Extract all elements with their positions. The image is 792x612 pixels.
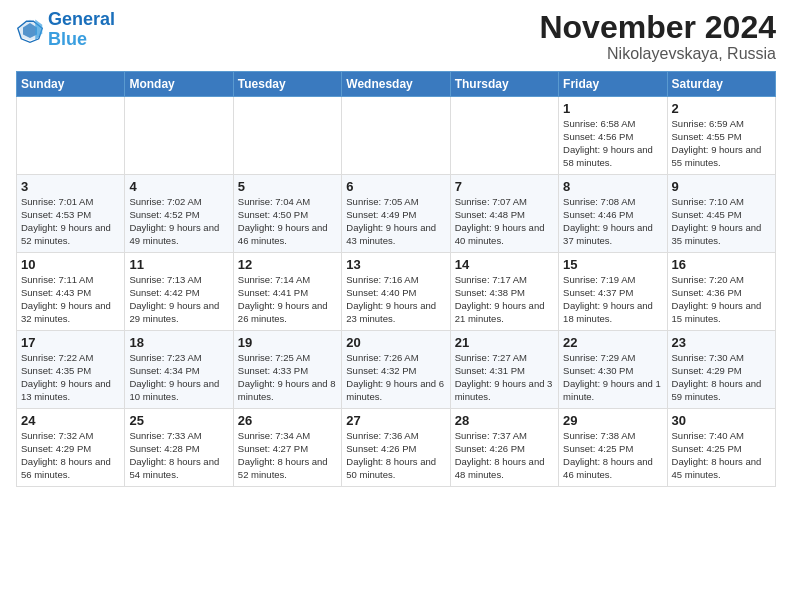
logo-text: General Blue [48,10,115,50]
calendar-cell: 15Sunrise: 7:19 AM Sunset: 4:37 PM Dayli… [559,253,667,331]
cell-info: Sunrise: 7:27 AM Sunset: 4:31 PM Dayligh… [455,352,554,403]
cell-info: Sunrise: 6:58 AM Sunset: 4:56 PM Dayligh… [563,118,662,169]
cell-info: Sunrise: 7:20 AM Sunset: 4:36 PM Dayligh… [672,274,771,325]
day-number: 24 [21,413,120,428]
weekday-header-tuesday: Tuesday [233,72,341,97]
calendar-week-4: 17Sunrise: 7:22 AM Sunset: 4:35 PM Dayli… [17,331,776,409]
calendar-cell: 19Sunrise: 7:25 AM Sunset: 4:33 PM Dayli… [233,331,341,409]
page-container: General Blue November 2024 Nikolayevskay… [0,0,792,495]
cell-info: Sunrise: 7:30 AM Sunset: 4:29 PM Dayligh… [672,352,771,403]
day-number: 11 [129,257,228,272]
cell-info: Sunrise: 7:34 AM Sunset: 4:27 PM Dayligh… [238,430,337,481]
weekday-header-thursday: Thursday [450,72,558,97]
day-number: 25 [129,413,228,428]
calendar-cell: 5Sunrise: 7:04 AM Sunset: 4:50 PM Daylig… [233,175,341,253]
day-number: 6 [346,179,445,194]
calendar-cell: 10Sunrise: 7:11 AM Sunset: 4:43 PM Dayli… [17,253,125,331]
day-number: 22 [563,335,662,350]
calendar-table: SundayMondayTuesdayWednesdayThursdayFrid… [16,71,776,487]
cell-info: Sunrise: 7:04 AM Sunset: 4:50 PM Dayligh… [238,196,337,247]
weekday-header-sunday: Sunday [17,72,125,97]
cell-info: Sunrise: 7:26 AM Sunset: 4:32 PM Dayligh… [346,352,445,403]
calendar-cell: 21Sunrise: 7:27 AM Sunset: 4:31 PM Dayli… [450,331,558,409]
title-block: November 2024 Nikolayevskaya, Russia [539,10,776,63]
day-number: 18 [129,335,228,350]
day-number: 5 [238,179,337,194]
month-title: November 2024 [539,10,776,45]
cell-info: Sunrise: 7:40 AM Sunset: 4:25 PM Dayligh… [672,430,771,481]
cell-info: Sunrise: 7:02 AM Sunset: 4:52 PM Dayligh… [129,196,228,247]
cell-info: Sunrise: 7:38 AM Sunset: 4:25 PM Dayligh… [563,430,662,481]
calendar-cell: 30Sunrise: 7:40 AM Sunset: 4:25 PM Dayli… [667,409,775,487]
weekday-header-wednesday: Wednesday [342,72,450,97]
calendar-cell: 8Sunrise: 7:08 AM Sunset: 4:46 PM Daylig… [559,175,667,253]
cell-info: Sunrise: 7:33 AM Sunset: 4:28 PM Dayligh… [129,430,228,481]
day-number: 2 [672,101,771,116]
cell-info: Sunrise: 7:23 AM Sunset: 4:34 PM Dayligh… [129,352,228,403]
day-number: 13 [346,257,445,272]
location-subtitle: Nikolayevskaya, Russia [539,45,776,63]
calendar-cell: 16Sunrise: 7:20 AM Sunset: 4:36 PM Dayli… [667,253,775,331]
calendar-cell: 6Sunrise: 7:05 AM Sunset: 4:49 PM Daylig… [342,175,450,253]
cell-info: Sunrise: 7:14 AM Sunset: 4:41 PM Dayligh… [238,274,337,325]
calendar-cell: 2Sunrise: 6:59 AM Sunset: 4:55 PM Daylig… [667,97,775,175]
day-number: 14 [455,257,554,272]
day-number: 4 [129,179,228,194]
calendar-week-5: 24Sunrise: 7:32 AM Sunset: 4:29 PM Dayli… [17,409,776,487]
day-number: 29 [563,413,662,428]
day-number: 1 [563,101,662,116]
cell-info: Sunrise: 7:17 AM Sunset: 4:38 PM Dayligh… [455,274,554,325]
calendar-cell: 3Sunrise: 7:01 AM Sunset: 4:53 PM Daylig… [17,175,125,253]
calendar-cell: 23Sunrise: 7:30 AM Sunset: 4:29 PM Dayli… [667,331,775,409]
day-number: 15 [563,257,662,272]
calendar-week-3: 10Sunrise: 7:11 AM Sunset: 4:43 PM Dayli… [17,253,776,331]
cell-info: Sunrise: 7:36 AM Sunset: 4:26 PM Dayligh… [346,430,445,481]
cell-info: Sunrise: 7:11 AM Sunset: 4:43 PM Dayligh… [21,274,120,325]
calendar-cell: 26Sunrise: 7:34 AM Sunset: 4:27 PM Dayli… [233,409,341,487]
calendar-cell: 9Sunrise: 7:10 AM Sunset: 4:45 PM Daylig… [667,175,775,253]
cell-info: Sunrise: 7:29 AM Sunset: 4:30 PM Dayligh… [563,352,662,403]
calendar-week-2: 3Sunrise: 7:01 AM Sunset: 4:53 PM Daylig… [17,175,776,253]
weekday-header-monday: Monday [125,72,233,97]
calendar-week-1: 1Sunrise: 6:58 AM Sunset: 4:56 PM Daylig… [17,97,776,175]
day-number: 10 [21,257,120,272]
calendar-cell: 13Sunrise: 7:16 AM Sunset: 4:40 PM Dayli… [342,253,450,331]
calendar-cell: 22Sunrise: 7:29 AM Sunset: 4:30 PM Dayli… [559,331,667,409]
cell-info: Sunrise: 7:22 AM Sunset: 4:35 PM Dayligh… [21,352,120,403]
calendar-cell: 24Sunrise: 7:32 AM Sunset: 4:29 PM Dayli… [17,409,125,487]
day-number: 23 [672,335,771,350]
day-number: 3 [21,179,120,194]
day-number: 20 [346,335,445,350]
calendar-cell: 4Sunrise: 7:02 AM Sunset: 4:52 PM Daylig… [125,175,233,253]
cell-info: Sunrise: 7:25 AM Sunset: 4:33 PM Dayligh… [238,352,337,403]
header: General Blue November 2024 Nikolayevskay… [16,10,776,63]
cell-info: Sunrise: 7:37 AM Sunset: 4:26 PM Dayligh… [455,430,554,481]
day-number: 16 [672,257,771,272]
cell-info: Sunrise: 7:16 AM Sunset: 4:40 PM Dayligh… [346,274,445,325]
calendar-cell [17,97,125,175]
calendar-cell: 1Sunrise: 6:58 AM Sunset: 4:56 PM Daylig… [559,97,667,175]
calendar-cell: 7Sunrise: 7:07 AM Sunset: 4:48 PM Daylig… [450,175,558,253]
calendar-cell [450,97,558,175]
calendar-cell: 12Sunrise: 7:14 AM Sunset: 4:41 PM Dayli… [233,253,341,331]
cell-info: Sunrise: 7:07 AM Sunset: 4:48 PM Dayligh… [455,196,554,247]
cell-info: Sunrise: 7:08 AM Sunset: 4:46 PM Dayligh… [563,196,662,247]
logo: General Blue [16,10,115,50]
calendar-cell [125,97,233,175]
cell-info: Sunrise: 7:32 AM Sunset: 4:29 PM Dayligh… [21,430,120,481]
day-number: 7 [455,179,554,194]
day-number: 28 [455,413,554,428]
weekday-header-friday: Friday [559,72,667,97]
day-number: 21 [455,335,554,350]
calendar-cell: 28Sunrise: 7:37 AM Sunset: 4:26 PM Dayli… [450,409,558,487]
day-number: 17 [21,335,120,350]
weekday-header-saturday: Saturday [667,72,775,97]
day-number: 26 [238,413,337,428]
day-number: 30 [672,413,771,428]
day-number: 8 [563,179,662,194]
cell-info: Sunrise: 7:01 AM Sunset: 4:53 PM Dayligh… [21,196,120,247]
calendar-cell: 20Sunrise: 7:26 AM Sunset: 4:32 PM Dayli… [342,331,450,409]
calendar-cell [233,97,341,175]
calendar-cell: 27Sunrise: 7:36 AM Sunset: 4:26 PM Dayli… [342,409,450,487]
calendar-cell: 29Sunrise: 7:38 AM Sunset: 4:25 PM Dayli… [559,409,667,487]
